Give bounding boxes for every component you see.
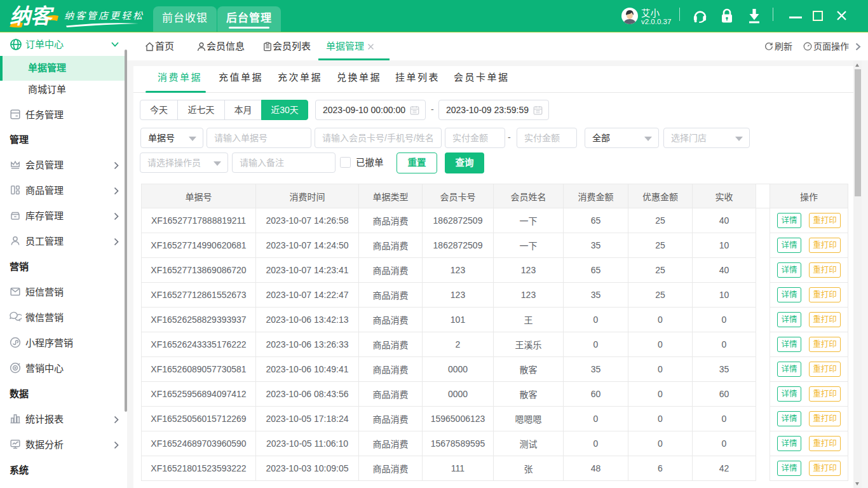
svg-text:纳客: 纳客 [10,3,55,30]
svg-text:纳客管店更轻松: 纳客管店更轻松 [64,8,144,22]
